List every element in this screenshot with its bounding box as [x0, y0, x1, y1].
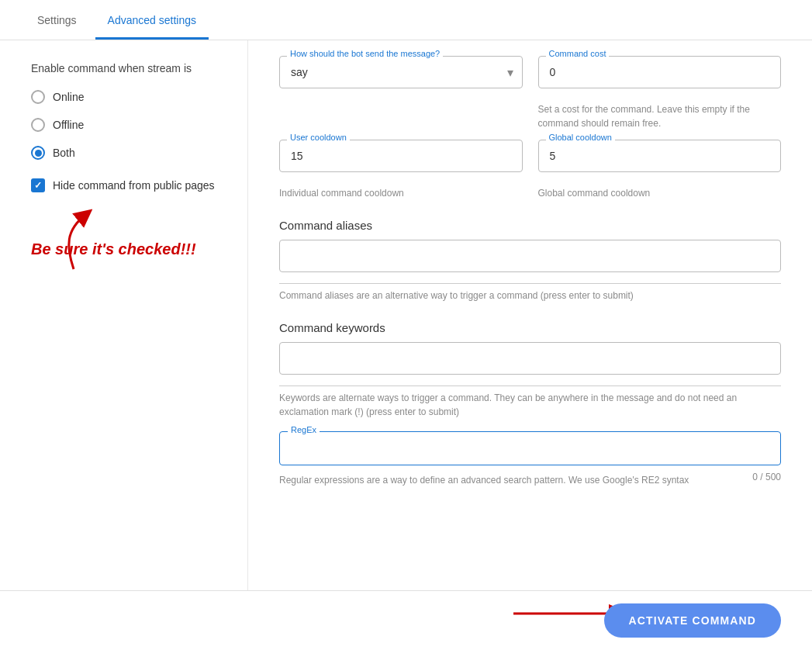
- global-cooldown-hint: Global command cooldown: [538, 186, 782, 200]
- right-panel: How should the bot send the message? say…: [248, 40, 812, 590]
- command-cost-input[interactable]: [538, 56, 782, 88]
- radio-online[interactable]: Online: [31, 90, 226, 104]
- tab-advanced-settings[interactable]: Advanced settings: [95, 0, 209, 40]
- activate-command-button[interactable]: ACTIVATE COMMAND: [604, 603, 781, 638]
- row-cooldowns: User cooldown Global cooldown: [279, 140, 781, 172]
- user-cooldown-label: User cooldown: [287, 133, 350, 142]
- aliases-divider: [279, 283, 781, 284]
- radio-offline-label: Offline: [53, 119, 84, 131]
- command-cost-field: Command cost: [538, 56, 782, 88]
- command-aliases-title: Command aliases: [279, 219, 781, 232]
- checkbox-icon: [31, 178, 45, 192]
- user-cooldown-hint: Individual command cooldown: [279, 186, 523, 200]
- radio-both-label: Both: [53, 147, 75, 159]
- command-keywords-input[interactable]: [279, 342, 781, 375]
- regex-count: 0 / 500: [752, 472, 781, 482]
- regex-field-wrapper: RegEx: [279, 431, 781, 465]
- radio-circle-both: [31, 146, 45, 160]
- bot-send-select-wrapper: say whisper action: [279, 56, 523, 88]
- command-aliases-input[interactable]: [279, 240, 781, 272]
- row-bot-cost: How should the bot send the message? say…: [279, 56, 781, 88]
- global-cooldown-hint-group: Global command cooldown: [538, 182, 782, 200]
- radio-circle-online: [31, 90, 45, 104]
- global-cooldown-label: Global cooldown: [546, 133, 615, 142]
- left-panel: Enable command when stream is Online Off…: [0, 40, 248, 590]
- row-cost-hint: Set a cost for the command. Leave this e…: [279, 98, 781, 130]
- bottom-bar: ACTIVATE COMMAND: [0, 590, 812, 650]
- hide-command-label: Hide command from public pages: [53, 179, 215, 192]
- regex-input[interactable]: [291, 442, 769, 455]
- main-content: Enable command when stream is Online Off…: [0, 40, 812, 590]
- radio-both[interactable]: Both: [31, 146, 226, 160]
- command-cost-hint-group: Set a cost for the command. Leave this e…: [538, 98, 782, 130]
- regex-label: RegEx: [288, 425, 320, 434]
- bot-send-spacer: [279, 98, 523, 130]
- keywords-divider: [279, 386, 781, 386]
- user-cooldown-input[interactable]: [279, 140, 523, 172]
- command-aliases-hint: Command aliases are an alternative way t…: [279, 289, 781, 303]
- regex-hint: Regular expressions are a way to define …: [279, 473, 740, 487]
- command-cost-hint: Set a cost for the command. Leave this e…: [538, 102, 782, 130]
- command-keywords-title: Command keywords: [279, 321, 781, 334]
- global-cooldown-input[interactable]: [538, 140, 782, 172]
- page-container: Settings Advanced settings Enable comman…: [0, 0, 812, 650]
- user-cooldown-hint-group: Individual command cooldown: [279, 182, 523, 200]
- command-cost-label: Command cost: [546, 49, 610, 58]
- row-cooldown-hints: Individual command cooldown Global comma…: [279, 182, 781, 200]
- arrow-to-checkbox: [43, 207, 105, 277]
- radio-online-label: Online: [53, 91, 84, 103]
- bot-send-field: How should the bot send the message? say…: [279, 56, 523, 88]
- hide-command-checkbox[interactable]: Hide command from public pages: [31, 178, 226, 192]
- bot-send-label: How should the bot send the message?: [287, 49, 443, 58]
- bot-send-select[interactable]: say whisper action: [279, 56, 523, 88]
- tabs-bar: Settings Advanced settings: [0, 0, 812, 40]
- radio-circle-offline: [31, 118, 45, 132]
- user-cooldown-field: User cooldown: [279, 140, 523, 172]
- stream-status-label: Enable command when stream is: [31, 62, 226, 74]
- radio-offline[interactable]: Offline: [31, 118, 226, 132]
- stream-status-radio-group: Online Offline Both: [31, 90, 226, 160]
- command-keywords-hint: Keywords are alternate ways to trigger a…: [279, 391, 781, 419]
- global-cooldown-field: Global cooldown: [538, 140, 782, 172]
- tab-settings[interactable]: Settings: [25, 0, 89, 40]
